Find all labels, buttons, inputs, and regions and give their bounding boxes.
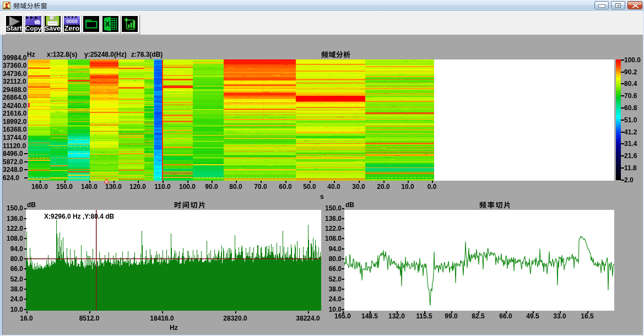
svg-text:X: X [105,20,110,28]
